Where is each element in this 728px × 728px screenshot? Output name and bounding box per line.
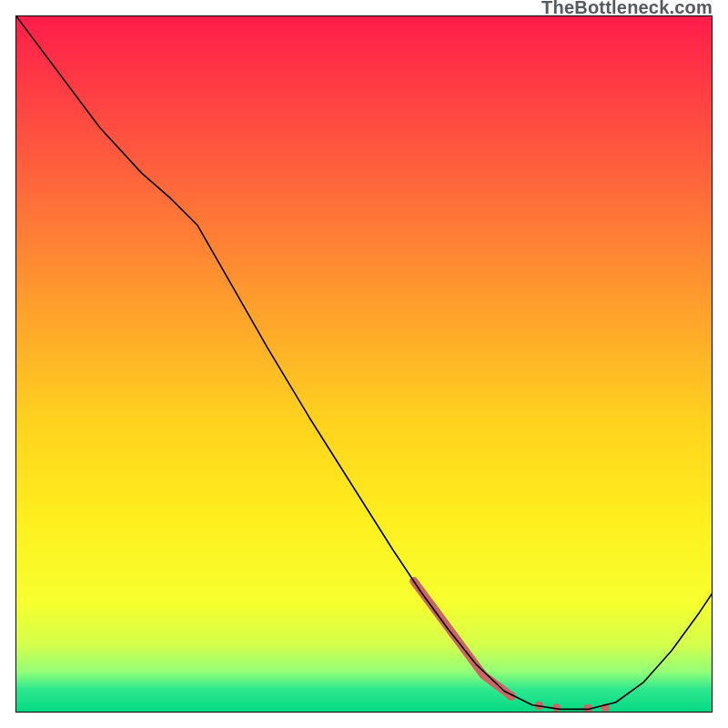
chart-line-layer [16, 16, 713, 713]
chart-plot-area [15, 15, 713, 713]
